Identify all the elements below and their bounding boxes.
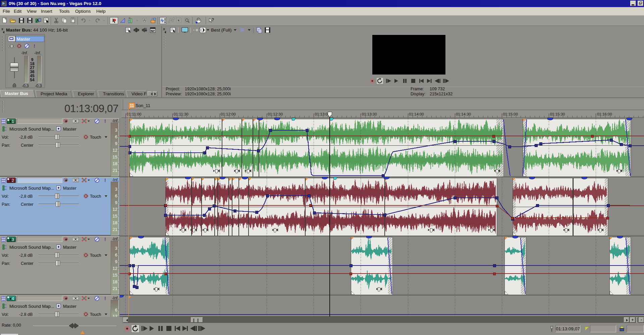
svg-text:01:14:00: 01:14:00 xyxy=(409,112,424,116)
svg-text:01:12:00: 01:12:00 xyxy=(221,112,236,116)
svg-text:01:15:30: 01:15:30 xyxy=(550,112,565,116)
svg-text:01:16:00: 01:16:00 xyxy=(597,112,612,116)
svg-text:11: 11 xyxy=(130,103,134,108)
svg-text:?: ? xyxy=(212,17,214,22)
svg-text:01:13:30: 01:13:30 xyxy=(362,112,377,116)
svg-text:01:11:30: 01:11:30 xyxy=(174,112,189,116)
svg-text:01:14:30: 01:14:30 xyxy=(456,112,471,116)
svg-text:Son_11: Son_11 xyxy=(136,103,150,108)
svg-text:?: ? xyxy=(29,20,31,23)
svg-text:01:12:30: 01:12:30 xyxy=(268,112,283,116)
svg-text:01:15:00: 01:15:00 xyxy=(503,112,518,116)
